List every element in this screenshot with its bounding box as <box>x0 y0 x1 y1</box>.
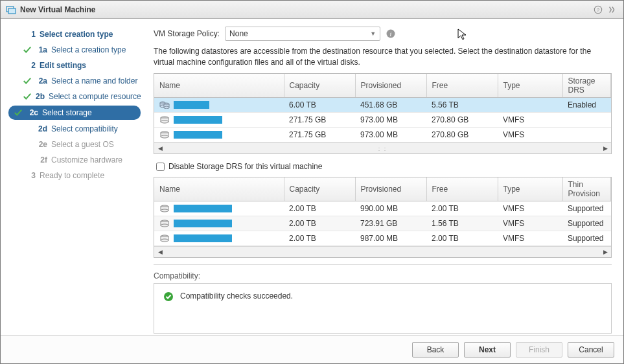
datastore-name-redacted <box>174 220 232 227</box>
back-button[interactable]: Back <box>412 342 459 358</box>
resize-grip-icon[interactable]: : : <box>378 146 387 152</box>
col-type[interactable]: Type <box>498 177 562 201</box>
svg-point-11 <box>164 106 169 109</box>
datastore-clusters-table: Name Capacity Provisioned Free Type Stor… <box>154 73 612 154</box>
step-2e: 2eSelect a guest OS <box>8 138 141 151</box>
step-2[interactable]: 2Edit settings <box>8 59 141 72</box>
table-row[interactable]: 271.75 GB 973.00 MB 270.80 GB VMFS <box>154 112 611 127</box>
cell-type: VMFS <box>498 112 562 127</box>
chevron-down-icon: ▼ <box>370 30 376 37</box>
svg-rect-1 <box>8 8 16 14</box>
scroll-right-icon[interactable]: ▶ <box>601 247 610 256</box>
cell-free: 1.56 TB <box>426 216 498 231</box>
expand-icon[interactable] <box>607 4 618 16</box>
cell-type: VMFS <box>498 127 562 142</box>
titlebar: New Virtual Machine ? <box>1 1 623 19</box>
svg-point-20 <box>161 209 168 212</box>
scroll-left-icon[interactable]: ◀ <box>156 247 165 256</box>
col-provisioned[interactable]: Provisioned <box>355 74 426 98</box>
svg-text:?: ? <box>597 7 600 13</box>
datastore-name-redacted <box>174 205 232 212</box>
check-icon <box>14 108 23 117</box>
help-icon[interactable]: ? <box>592 4 604 16</box>
svg-point-26 <box>161 239 168 242</box>
table-row[interactable]: 271.75 GB 973.00 MB 270.80 GB VMFS <box>154 127 611 142</box>
col-name[interactable]: Name <box>154 177 284 201</box>
policy-value: None <box>229 29 248 38</box>
horizontal-scrollbar[interactable]: ◀ ▶ <box>154 246 611 257</box>
datastore-name-redacted <box>174 101 209 109</box>
datastore-icon <box>159 220 170 227</box>
step-1a[interactable]: 1aSelect a creation type <box>8 43 141 56</box>
col-type[interactable]: Type <box>498 74 562 98</box>
step-2b[interactable]: 2bSelect a compute resource <box>8 90 141 103</box>
success-icon <box>163 291 174 302</box>
datastore-icon <box>159 234 170 242</box>
col-free[interactable]: Free <box>426 74 498 98</box>
col-capacity[interactable]: Capacity <box>284 177 355 201</box>
step-2d[interactable]: 2dSelect compatibility <box>8 122 141 135</box>
cell-thin: Supported <box>562 231 611 245</box>
datastore-icon <box>159 116 170 124</box>
cell-capacity: 2.00 TB <box>284 201 355 216</box>
step-2c[interactable]: 2cSelect storage <box>8 106 141 120</box>
datastore-name-redacted <box>174 234 232 242</box>
next-button[interactable]: Next <box>464 342 511 358</box>
step-2f: 2fCustomize hardware <box>8 154 141 166</box>
cell-type: VMFS <box>498 231 562 245</box>
step-1[interactable]: 1Select creation type <box>8 28 141 41</box>
table-row[interactable]: 2.00 TB 990.00 MB 2.00 TB VMFS Supported <box>154 201 611 216</box>
footer: Back Next Finish Cancel <box>1 335 623 363</box>
cell-provisioned: 973.00 MB <box>355 127 426 142</box>
compatibility-label: Compatibility: <box>154 264 612 280</box>
col-free[interactable]: Free <box>426 177 498 201</box>
cell-drs <box>562 127 611 142</box>
cell-free: 5.56 TB <box>426 97 498 112</box>
cell-free: 2.00 TB <box>426 201 498 216</box>
cell-type: VMFS <box>498 201 562 216</box>
col-name[interactable]: Name <box>154 74 284 98</box>
cell-thin: Supported <box>562 216 611 231</box>
main-content: VM Storage Policy: None ▼ i The followin… <box>144 19 623 335</box>
compatibility-message: Compatibility checks succeeded. <box>180 291 293 301</box>
table-row[interactable]: 6.00 TB 451.68 GB 5.56 TB Enabled <box>154 97 611 112</box>
cell-free: 2.00 TB <box>426 231 498 245</box>
cell-capacity: 271.75 GB <box>284 127 355 142</box>
svg-point-17 <box>161 135 168 138</box>
policy-select[interactable]: None ▼ <box>225 27 380 41</box>
scroll-right-icon[interactable]: ▶ <box>601 144 610 153</box>
disable-drs-checkbox[interactable] <box>156 163 165 171</box>
col-drs[interactable]: Storage DRS <box>562 74 611 98</box>
cell-drs <box>562 112 611 127</box>
cell-type <box>498 97 562 112</box>
datastore-name-redacted <box>174 131 222 139</box>
col-provisioned[interactable]: Provisioned <box>355 177 426 201</box>
horizontal-scrollbar[interactable]: ◀ : : ▶ <box>154 142 611 154</box>
cell-free: 270.80 GB <box>426 112 498 127</box>
datastore-icon <box>159 205 170 212</box>
cell-capacity: 6.00 TB <box>284 97 355 112</box>
check-icon <box>23 92 32 101</box>
cancel-button[interactable]: Cancel <box>568 342 614 358</box>
svg-point-23 <box>161 224 168 227</box>
check-icon <box>23 76 32 85</box>
table-row[interactable]: 2.00 TB 987.00 MB 2.00 TB VMFS Supported <box>154 231 611 245</box>
datastore-cluster-icon <box>159 101 170 109</box>
wizard-sidebar: 1Select creation type 1aSelect a creatio… <box>1 19 144 335</box>
cell-provisioned: 973.00 MB <box>355 112 426 127</box>
policy-label: VM Storage Policy: <box>154 29 220 38</box>
col-capacity[interactable]: Capacity <box>284 74 355 98</box>
description-text: The following datastores are accessible … <box>154 46 612 68</box>
cell-capacity: 2.00 TB <box>284 216 355 231</box>
info-icon[interactable]: i <box>386 28 396 39</box>
compatibility-box: Compatibility checks succeeded. <box>154 283 612 334</box>
col-thin[interactable]: Thin Provision <box>562 177 611 201</box>
datastore-name-redacted <box>174 116 222 124</box>
step-2a[interactable]: 2aSelect a name and folder <box>8 74 141 87</box>
table-row[interactable]: 2.00 TB 723.91 GB 1.56 TB VMFS Supported <box>154 216 611 231</box>
cell-drs: Enabled <box>562 97 611 112</box>
scroll-left-icon[interactable]: ◀ <box>156 144 165 153</box>
cell-thin: Supported <box>562 201 611 216</box>
cell-capacity: 2.00 TB <box>284 231 355 245</box>
disable-drs-label: Disable Storage DRS for this virtual mac… <box>168 162 322 171</box>
